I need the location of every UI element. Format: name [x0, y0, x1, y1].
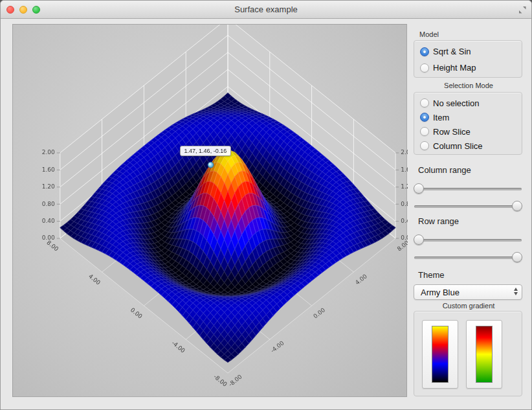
selection-mode-groupbox: No selection Item Row Slice Column Slice: [414, 92, 522, 155]
theme-label: Theme: [418, 270, 444, 280]
column-range-max-slider[interactable]: [414, 201, 522, 212]
radio-option-height-map[interactable]: Height Map: [414, 60, 522, 76]
radio-option-no-selection[interactable]: No selection: [414, 96, 522, 110]
slider-knob[interactable]: [414, 234, 424, 245]
slider-knob[interactable]: [414, 183, 424, 194]
titlebar[interactable]: Surface example: [1, 1, 531, 19]
slider-track[interactable]: [414, 239, 522, 242]
radio-icon[interactable]: [420, 47, 429, 56]
model-groupbox: Sqrt & Sin Height Map: [414, 40, 522, 78]
theme-select-value: Army Blue: [421, 288, 460, 297]
app-window: Surface example 1.47, 1.46, -0.16 Model …: [0, 0, 532, 410]
gradient-black-to-yellow-button[interactable]: [422, 320, 458, 389]
radio-label: Column Slice: [433, 141, 483, 151]
radio-option-sqrt-sin[interactable]: Sqrt & Sin: [414, 43, 522, 60]
selected-point-label: 1.47, 1.46, -0.16: [180, 146, 232, 156]
selection-mode-group-label: Selection Mode: [414, 82, 524, 89]
row-range-max-slider[interactable]: [414, 252, 522, 263]
radio-icon[interactable]: [420, 127, 429, 136]
model-group-label: Model: [419, 30, 439, 38]
radio-icon[interactable]: [420, 113, 429, 122]
radio-label: Height Map: [433, 63, 476, 73]
radio-label: Item: [433, 113, 449, 122]
radio-icon[interactable]: [420, 63, 429, 73]
window-title: Surface example: [1, 1, 531, 19]
radio-label: Row Slice: [433, 127, 471, 137]
radio-label: Sqrt & Sin: [433, 47, 471, 56]
surface-3d-canvas[interactable]: [13, 25, 408, 398]
slider-track[interactable]: [414, 256, 522, 259]
theme-select[interactable]: Army Blue: [414, 284, 522, 300]
control-panel: Model Sqrt & Sin Height Map Selection Mo…: [414, 19, 524, 410]
fullscreen-icon[interactable]: [518, 5, 527, 14]
radio-label: No selection: [433, 98, 480, 108]
gradient-green-to-red-button[interactable]: [466, 320, 502, 389]
combo-arrows-icon: [514, 288, 518, 295]
slider-track[interactable]: [414, 205, 522, 208]
radio-icon[interactable]: [420, 141, 429, 150]
custom-gradient-group-label: Custom gradient: [414, 302, 524, 310]
slider-knob[interactable]: [512, 201, 522, 211]
radio-option-row-slice[interactable]: Row Slice: [414, 124, 522, 139]
row-range-label: Row range: [418, 216, 459, 226]
slider-track[interactable]: [414, 188, 522, 190]
slider-knob[interactable]: [512, 252, 522, 262]
column-range-label: Column range: [418, 165, 471, 175]
radio-icon[interactable]: [420, 98, 429, 108]
gradient-swatch: [476, 326, 493, 383]
radio-option-item[interactable]: Item: [414, 110, 522, 124]
row-range-min-slider[interactable]: [414, 234, 522, 245]
column-range-min-slider[interactable]: [414, 183, 522, 194]
custom-gradient-groupbox: [414, 311, 522, 396]
gradient-swatch: [432, 326, 449, 383]
surface-plot-view[interactable]: 1.47, 1.46, -0.16: [12, 24, 407, 397]
radio-option-column-slice[interactable]: Column Slice: [414, 139, 522, 153]
